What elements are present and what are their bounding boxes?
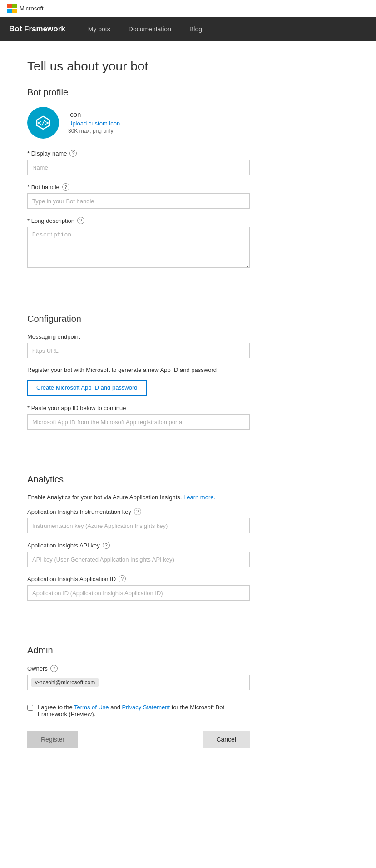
analytics-section: Analytics Enable Analytics for your bot … xyxy=(27,474,349,601)
bot-icon-circle: </> xyxy=(27,107,59,139)
messaging-endpoint-label: Messaging endpoint xyxy=(27,333,349,340)
configuration-title: Configuration xyxy=(27,314,349,324)
bot-handle-label: * Bot handle ? xyxy=(27,183,349,191)
register-text: Register your bot with Microsoft to gene… xyxy=(27,366,349,373)
application-id-label: Application Insights Application ID ? xyxy=(27,575,349,582)
create-app-id-button[interactable]: Create Microsoft App ID and password xyxy=(27,380,147,396)
ms-logo-icon xyxy=(7,4,17,13)
bot-profile-title: Bot profile xyxy=(27,87,349,98)
navbar-brand: Bot Framework xyxy=(9,25,65,34)
bot-handle-group: * Bot handle ? xyxy=(27,183,349,209)
api-key-help-icon[interactable]: ? xyxy=(103,542,110,549)
display-name-label: * Display name ? xyxy=(27,150,349,157)
ms-topbar: Microsoft xyxy=(0,0,376,17)
terms-checkbox[interactable] xyxy=(27,705,33,711)
application-id-group: Application Insights Application ID ? xyxy=(27,575,349,601)
paste-label: * Paste your app ID below to continue xyxy=(27,405,349,411)
application-id-input[interactable] xyxy=(27,585,250,601)
admin-title: Admin xyxy=(27,645,349,656)
instrumentation-key-input[interactable] xyxy=(27,518,250,533)
admin-section: Admin Owners ? v-nosohl@microsoft.com xyxy=(27,645,349,690)
navbar-link-my-bots[interactable]: My bots xyxy=(79,17,119,41)
bot-icon-svg: </> xyxy=(34,114,52,132)
owners-label: Owners ? xyxy=(27,665,349,672)
api-key-group: Application Insights API key ? xyxy=(27,542,349,567)
navbar-link-blog[interactable]: Blog xyxy=(180,17,211,41)
instrumentation-key-help-icon[interactable]: ? xyxy=(134,508,141,515)
cancel-button[interactable]: Cancel xyxy=(203,731,250,748)
main-content: Tell us about your bot Bot profile </> I… xyxy=(0,41,376,775)
svg-text:</>: </> xyxy=(37,119,49,126)
upload-custom-icon-link[interactable]: Upload custom icon xyxy=(68,120,120,127)
icon-info: Icon Upload custom icon 30K max, png onl… xyxy=(68,107,120,134)
navbar-link-documentation[interactable]: Documentation xyxy=(119,17,180,41)
display-name-group: * Display name ? xyxy=(27,150,349,175)
terms-of-use-link[interactable]: Terms of Use xyxy=(74,704,109,711)
register-button[interactable]: Register xyxy=(27,731,78,748)
owners-group: Owners ? v-nosohl@microsoft.com xyxy=(27,665,349,690)
buttons-row: Register Cancel xyxy=(27,731,250,748)
app-id-input[interactable] xyxy=(27,414,250,430)
icon-section: </> Icon Upload custom icon 30K max, png… xyxy=(27,107,349,139)
api-key-label: Application Insights API key ? xyxy=(27,542,349,549)
navbar: Bot Framework My bots Documentation Blog xyxy=(0,17,376,41)
privacy-statement-link[interactable]: Privacy Statement xyxy=(122,704,170,711)
owners-input-wrap[interactable]: v-nosohl@microsoft.com xyxy=(27,675,250,690)
ms-logo-text: Microsoft xyxy=(20,5,44,12)
app-id-group xyxy=(27,414,349,430)
messaging-endpoint-group: Messaging endpoint xyxy=(27,333,349,358)
page-title: Tell us about your bot xyxy=(27,59,349,74)
messaging-endpoint-input[interactable] xyxy=(27,343,250,358)
owner-tag: v-nosohl@microsoft.com xyxy=(31,678,99,687)
bot-handle-input[interactable] xyxy=(27,193,250,209)
ms-logo: Microsoft xyxy=(7,4,44,13)
display-name-input[interactable] xyxy=(27,160,250,175)
owners-help-icon[interactable]: ? xyxy=(50,665,58,672)
bot-handle-help-icon[interactable]: ? xyxy=(62,183,69,191)
long-description-input[interactable] xyxy=(27,227,250,268)
long-description-help-icon[interactable]: ? xyxy=(77,217,84,224)
terms-row: I agree to the Terms of Use and Privacy … xyxy=(27,704,250,717)
analytics-description: Enable Analytics for your bot via Azure … xyxy=(27,494,349,501)
api-key-input[interactable] xyxy=(27,552,250,567)
icon-size-hint: 30K max, png only xyxy=(68,128,120,134)
long-description-group: * Long description ? xyxy=(27,217,349,269)
instrumentation-key-label: Application Insights Instrumentation key… xyxy=(27,508,349,515)
display-name-help-icon[interactable]: ? xyxy=(69,150,77,157)
navbar-links: My bots Documentation Blog xyxy=(79,17,211,41)
long-description-label: * Long description ? xyxy=(27,217,349,224)
learn-more-link[interactable]: Learn more. xyxy=(183,494,215,501)
icon-label: Icon xyxy=(68,110,120,118)
application-id-help-icon[interactable]: ? xyxy=(119,575,126,582)
analytics-title: Analytics xyxy=(27,474,349,485)
instrumentation-key-group: Application Insights Instrumentation key… xyxy=(27,508,349,533)
configuration-section: Configuration Messaging endpoint Registe… xyxy=(27,314,349,430)
